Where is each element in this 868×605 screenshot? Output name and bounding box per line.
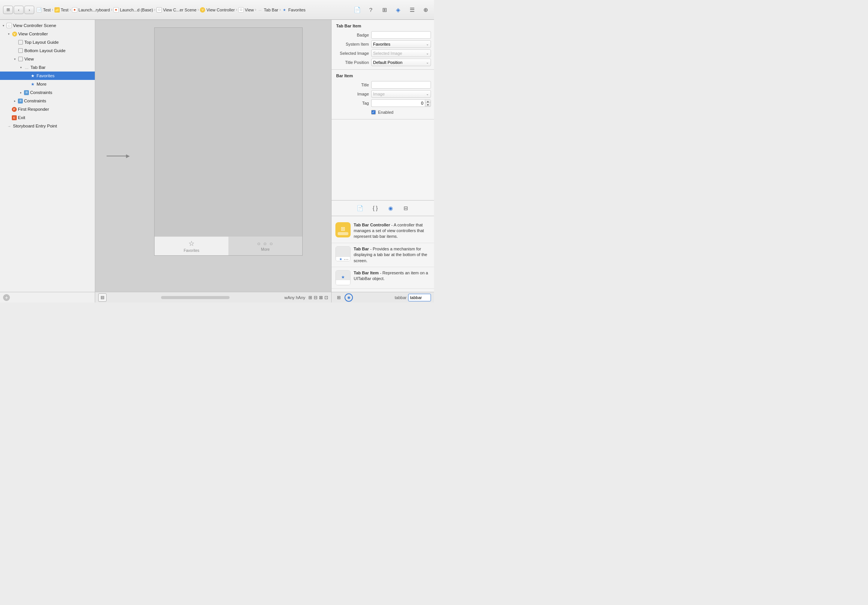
inspector-btn[interactable]: ◈: [393, 5, 404, 15]
breadcrumb-favorites[interactable]: ★ Favorites: [282, 7, 305, 13]
nav-add-btn[interactable]: +: [3, 294, 10, 301]
first-responder-icon: F: [12, 107, 17, 112]
library-btn[interactable]: ⊞: [379, 5, 390, 15]
canvas-scrollbar-container: [107, 296, 284, 299]
title-position-select[interactable]: Default Position ⌄: [371, 59, 431, 66]
tabbar-bottom-label: tabbar: [395, 295, 407, 300]
arrow-line: ▶: [107, 156, 128, 156]
nav-label-first-responder: First Responder: [18, 107, 49, 111]
new-file-btn[interactable]: 📄: [352, 5, 362, 15]
canvas-scrollbar[interactable]: [161, 296, 230, 299]
help-title-tabbar-controller: Tab Bar Controller: [354, 223, 390, 227]
svg-text:⊞: ⊞: [341, 226, 345, 232]
breadcrumb-launchbase[interactable]: ■ Launch...d (Base): [113, 7, 153, 13]
storyboard-icon-2: ■: [113, 7, 119, 13]
breadcrumb-test-1[interactable]: 📄 Test: [37, 7, 51, 13]
nav-item-bottom-layout[interactable]: Bottom Layout Guide: [0, 46, 95, 55]
canvas-scroll[interactable]: ▶ ☆ Favorites ○ ○ ○ More: [95, 20, 331, 292]
triangle-vc-scene: [2, 24, 5, 27]
help-text-tabbar-item: Tab Bar Item - Represents an item on a U…: [354, 270, 430, 282]
share-btn[interactable]: ⊕: [420, 5, 431, 15]
nav-item-first-responder[interactable]: F First Responder: [0, 105, 95, 113]
nav-item-favorites[interactable]: ★ Favorites: [0, 72, 95, 80]
tag-stepper-buttons: ▲ ▼: [425, 99, 431, 107]
grid-view-btn[interactable]: ⊞: [335, 293, 343, 302]
breadcrumb-arrow-2: ›: [70, 8, 71, 12]
tag-increment-btn[interactable]: ▲: [425, 100, 431, 103]
svg-text:★: ★: [339, 257, 342, 261]
help-text-tabbar-controller: Tab Bar Controller - A controller that m…: [354, 222, 430, 240]
system-item-value: Favorites: [373, 42, 390, 46]
tabbar-more-item[interactable]: ○ ○ ○ More: [228, 237, 302, 255]
tag-value: 0: [371, 99, 425, 107]
system-item-select[interactable]: Favorites ⌄: [371, 40, 431, 48]
breadcrumb-vc[interactable]: V View Controller: [200, 7, 235, 13]
help-item-tabbar-controller: ⊞ Tab Bar Controller - A controller that…: [332, 219, 434, 243]
inspector-circle-tab[interactable]: ◉: [386, 204, 395, 213]
layout-btn-3[interactable]: ⊠: [319, 295, 323, 300]
bar-image-control: Image ⌄: [371, 90, 431, 98]
tabbar-input-row: tabbar: [395, 294, 431, 301]
tab-bar-item-title: Tab Bar Item: [332, 24, 434, 30]
nav-item-vc[interactable]: V View Controller: [0, 30, 95, 38]
layout-btn-2[interactable]: ⊟: [314, 295, 318, 300]
tabbar-input-field[interactable]: [408, 294, 431, 301]
list-btn[interactable]: ☰: [407, 5, 417, 15]
nav-item-exit[interactable]: E Exit: [0, 113, 95, 122]
active-circle-btn[interactable]: ◉: [345, 293, 353, 302]
nav-item-top-layout[interactable]: Top Layout Guide: [0, 38, 95, 46]
help-btn[interactable]: ?: [365, 5, 376, 15]
breadcrumb-view[interactable]: □ View: [238, 7, 254, 13]
breadcrumb-arrow-6: ›: [236, 8, 237, 12]
inspector-braces-tab[interactable]: { }: [371, 204, 380, 213]
breadcrumb-arrow-1: ›: [52, 8, 53, 12]
breadcrumb-arrow-4: ›: [154, 8, 155, 12]
breadcrumb-launchryboard[interactable]: ■ Launch...ryboard: [72, 7, 110, 13]
breadcrumb-tabbar[interactable]: … Tab Bar: [257, 7, 278, 13]
layout-btn-4[interactable]: ⊡: [324, 295, 328, 300]
nav-item-constraints-view[interactable]: ⊞ Constraints: [0, 97, 95, 105]
bottom-bar-left: ⊞ ◉: [335, 293, 353, 302]
canvas-bottom-bar: ▤ wAny hAny ⊞ ⊟ ⊠ ⊡: [95, 292, 331, 302]
nav-item-constraints-tabbar[interactable]: ⊞ Constraints: [0, 88, 95, 97]
nav-label-vc: View Controller: [18, 32, 48, 36]
nav-item-more[interactable]: ★ More: [0, 80, 95, 88]
nav-item-entry-point[interactable]: → Storyboard Entry Point: [0, 122, 95, 130]
bar-title-field[interactable]: [371, 81, 431, 89]
triangle-view: [13, 57, 17, 61]
svg-text:• • •: • • •: [344, 258, 348, 261]
nav-item-view[interactable]: View: [0, 55, 95, 63]
triangle-tabbar: [19, 66, 23, 69]
canvas-area: ▶ ☆ Favorites ○ ○ ○ More: [95, 20, 331, 302]
grid-overview-btn[interactable]: ⊞: [3, 6, 13, 14]
tag-decrement-btn[interactable]: ▼: [425, 103, 431, 107]
nav-label-entry-point: Storyboard Entry Point: [13, 124, 57, 128]
tab-bar-item-section: Tab Bar Item Badge System Item Favorites…: [332, 20, 434, 70]
storyboard-toggle[interactable]: ▤: [98, 293, 107, 302]
nav-item-tabbar[interactable]: … Tab Bar: [0, 63, 95, 72]
tabbar-favorites-item[interactable]: ☆ Favorites: [155, 237, 228, 255]
back-btn[interactable]: ‹: [14, 6, 24, 14]
selected-image-select[interactable]: Selected Image ⌄: [371, 49, 431, 57]
breadcrumb-test-2[interactable]: 📁 Test: [54, 7, 69, 13]
breadcrumb-arrow-8: ›: [279, 8, 281, 12]
entry-point-icon: →: [6, 123, 12, 129]
title-position-value: Default Position: [373, 60, 402, 65]
help-icon-tabbar-item: ★: [335, 270, 351, 285]
nav-item-vc-scene[interactable]: □ View Controller Scene: [0, 21, 95, 30]
badge-field[interactable]: [371, 31, 431, 39]
bottom-layout-icon: [18, 48, 23, 53]
forward-btn[interactable]: ›: [24, 6, 34, 14]
bar-image-label: Image: [335, 92, 369, 96]
breadcrumb-vc-scene[interactable]: □ View C...er Scene: [156, 7, 196, 13]
favorites-tab-label: Favorites: [183, 248, 199, 253]
bar-image-select[interactable]: Image ⌄: [371, 90, 431, 98]
inspector-file-tab[interactable]: 📄: [356, 204, 365, 213]
scene-icon: □: [156, 7, 162, 13]
layout-btn-1[interactable]: ⊞: [308, 295, 312, 300]
inspector-table-tab[interactable]: ⊟: [401, 204, 410, 213]
selected-image-control: Selected Image ⌄: [371, 49, 431, 57]
entry-arrow: ▶: [107, 156, 128, 156]
iphone-frame: ☆ Favorites ○ ○ ○ More: [154, 27, 303, 256]
enabled-checkbox[interactable]: [371, 110, 376, 115]
